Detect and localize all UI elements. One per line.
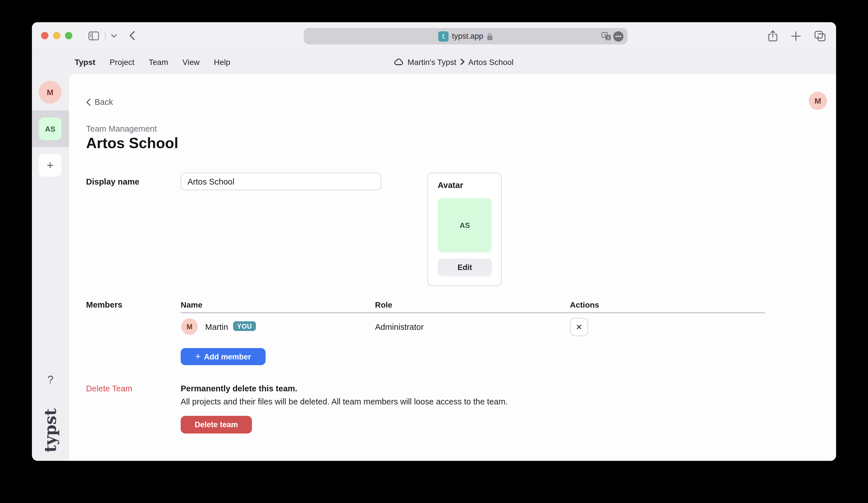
column-header-name: Name [181,300,202,309]
new-tab-icon[interactable] [791,31,801,41]
remove-member-button[interactable]: ✕ [570,318,588,336]
avatar-card: Avatar AS Edit [427,172,502,286]
menu-team[interactable]: Team [149,57,168,66]
sidebar-toggle-icon[interactable] [88,31,99,40]
delete-team-description: All projects and their files will be del… [181,397,508,406]
help-button[interactable]: ? [32,374,69,386]
member-role: Administrator [375,322,424,332]
breadcrumb-team[interactable]: Martin's Typst [407,57,456,66]
sidebar-add-team-button[interactable]: + [39,154,62,177]
chevron-down-icon[interactable] [111,34,117,37]
breadcrumb-page: Artos School [468,57,514,66]
members-label: Members [86,300,122,309]
team-avatar-preview: AS [438,198,492,252]
delete-team-title: Permanently delete this team. [181,384,297,393]
breadcrumb: Martin's Typst Artos School [394,50,514,74]
app-menu-bar: Typst Project Team View Help Martin's Ty… [32,50,836,74]
plus-icon: + [195,352,200,362]
traffic-lights [41,32,72,39]
more-options-icon[interactable]: ••• [613,31,623,41]
page-title: Artos School [86,134,178,152]
team-sidebar: M AS + ? typst [32,74,69,461]
translate-icon[interactable]: A 文 [601,32,611,40]
breadcrumb-chevron-icon [460,59,464,65]
avatar-card-title: Avatar [438,181,463,190]
menu-typst[interactable]: Typst [75,57,95,66]
display-name-input[interactable] [181,172,381,190]
url-text: typst.app [452,32,483,40]
menu-help[interactable]: Help [214,57,230,66]
you-badge: YOU [233,321,256,331]
chevron-left-icon [86,98,91,106]
team-management-panel: Back M Team Management Artos School Disp… [69,74,836,461]
member-name: Martin [205,322,228,332]
browser-window: t typst.app A 文 [32,22,836,461]
menu-view[interactable]: View [182,57,199,66]
cloud-icon [394,59,403,65]
lock-icon [487,32,493,40]
section-label: Team Management [86,124,157,133]
back-link[interactable]: Back [86,97,113,106]
site-favicon: t [438,31,448,41]
sidebar-user-avatar[interactable]: M [39,81,62,104]
display-name-label: Display name [86,177,140,186]
column-header-role: Role [375,300,392,309]
edit-avatar-button[interactable]: Edit [438,259,492,276]
minimize-window-button[interactable] [53,32,60,39]
add-member-button[interactable]: + Add member [181,348,266,365]
toolbar-divider [105,31,105,40]
member-avatar: M [181,318,198,335]
browser-toolbar: t typst.app A 文 [32,22,836,50]
svg-text:文: 文 [607,35,610,40]
table-header-divider [181,312,765,313]
tab-overview-icon[interactable] [814,31,826,41]
close-icon: ✕ [576,322,582,332]
delete-team-button[interactable]: Delete team [181,416,252,433]
close-window-button[interactable] [41,32,49,39]
user-avatar[interactable]: M [809,92,827,110]
menu-project[interactable]: Project [110,57,134,66]
delete-team-label: Delete Team [86,384,132,393]
sidebar-team-avatar[interactable]: AS [39,117,62,140]
share-icon[interactable] [768,30,777,42]
screenshot-stage: t typst.app A 文 [0,0,868,503]
back-icon[interactable] [130,31,135,40]
column-header-actions: Actions [570,300,599,309]
address-bar[interactable]: t typst.app A 文 [304,28,628,44]
typst-logo: typst [32,409,69,451]
zoom-window-button[interactable] [65,32,72,39]
